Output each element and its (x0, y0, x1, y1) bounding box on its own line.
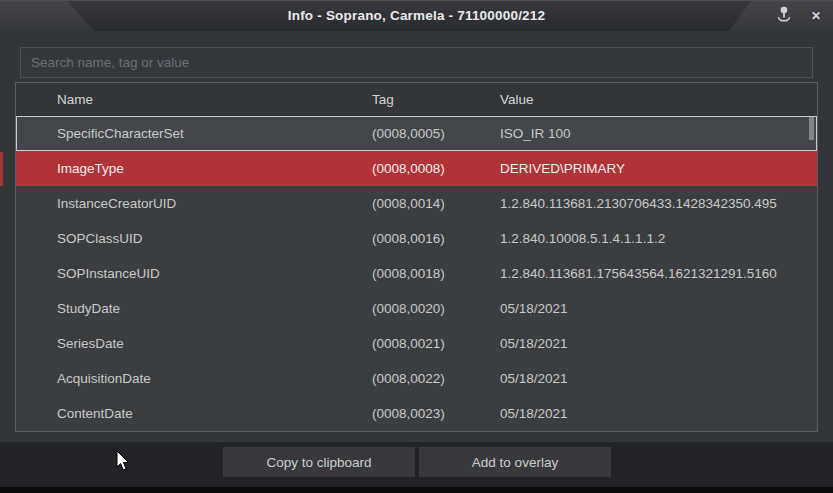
window-title: Info - Soprano, Carmela - 71100000/212 (0, 1, 833, 31)
row-tag-cell: (0008,0021) (372, 336, 500, 351)
row-name-cell: InstanceCreatorUID (57, 196, 372, 211)
row-name-cell: SpecificCharacterSet (57, 126, 372, 141)
table-row[interactable]: StudyDate(0008,0020)05/18/2021 (16, 291, 817, 326)
row-value-cell: 05/18/2021 (500, 301, 817, 316)
row-value-cell: ISO_IR 100 (500, 126, 817, 141)
window-bottom-edge (0, 487, 833, 493)
table-row[interactable]: SOPClassUID(0008,0016)1.2.840.10008.5.1.… (16, 221, 817, 256)
row-value-cell: 05/18/2021 (500, 371, 817, 386)
row-name-cell: ContentDate (57, 406, 372, 421)
row-name-cell: StudyDate (57, 301, 372, 316)
pin-button[interactable] (771, 3, 797, 29)
table-row[interactable]: ImageType(0008,0008)DERIVED\PRIMARY (16, 151, 817, 186)
table-row[interactable]: SeriesDate(0008,0021)05/18/2021 (16, 326, 817, 361)
column-header-name[interactable]: Name (57, 92, 372, 107)
row-value-cell: 05/18/2021 (500, 406, 817, 421)
title-bar: Info - Soprano, Carmela - 71100000/212 ✕ (0, 0, 833, 30)
row-tag-cell: (0008,0014) (372, 196, 500, 211)
row-value-cell: 1.2.840.10008.5.1.4.1.1.1.2 (500, 231, 817, 246)
row-name-cell: SOPInstanceUID (57, 266, 372, 281)
row-tag-cell: (0008,0020) (372, 301, 500, 316)
table-row[interactable]: AcquisitionDate(0008,0022)05/18/2021 (16, 361, 817, 396)
row-tag-cell: (0008,0018) (372, 266, 500, 281)
column-header-tag[interactable]: Tag (372, 92, 500, 107)
info-dialog-window: Info - Soprano, Carmela - 71100000/212 ✕… (0, 0, 833, 493)
search-input[interactable] (20, 47, 813, 78)
table-row[interactable]: SpecificCharacterSet(0008,0005)ISO_IR 10… (16, 116, 817, 151)
row-tag-cell: (0008,0005) (372, 126, 500, 141)
row-name-cell: AcquisitionDate (57, 371, 372, 386)
dicom-tag-table: Name Tag Value SpecificCharacterSet(0008… (15, 82, 818, 432)
row-name-cell: ImageType (57, 161, 372, 176)
add-to-overlay-button[interactable]: Add to overlay (419, 447, 611, 477)
column-header-value[interactable]: Value (500, 92, 817, 107)
table-row[interactable]: InstanceCreatorUID(0008,0014)1.2.840.113… (16, 186, 817, 221)
row-value-cell: DERIVED\PRIMARY (500, 161, 817, 176)
row-value-cell: 1.2.840.113681.175643564.1621321291.5160 (500, 266, 817, 281)
close-button[interactable]: ✕ (803, 3, 829, 29)
footer-bar: Copy to clipboard Add to overlay (0, 442, 833, 487)
title-bar-buttons: ✕ (771, 1, 829, 31)
table-header-row: Name Tag Value (16, 83, 817, 116)
vertical-scrollbar-thumb[interactable] (809, 117, 814, 140)
row-tag-cell: (0008,0008) (372, 161, 500, 176)
row-value-cell: 05/18/2021 (500, 336, 817, 351)
close-icon: ✕ (811, 9, 821, 23)
row-tag-cell: (0008,0023) (372, 406, 500, 421)
row-name-cell: SeriesDate (57, 336, 372, 351)
pin-icon (775, 5, 793, 27)
row-value-cell: 1.2.840.113681.2130706433.1428342350.495 (500, 196, 817, 211)
table-body: SpecificCharacterSet(0008,0005)ISO_IR 10… (16, 116, 817, 431)
row-tag-cell: (0008,0022) (372, 371, 500, 386)
highlight-position-marker (0, 152, 3, 186)
row-tag-cell: (0008,0016) (372, 231, 500, 246)
row-name-cell: SOPClassUID (57, 231, 372, 246)
copy-to-clipboard-button[interactable]: Copy to clipboard (223, 447, 415, 477)
table-row[interactable]: ContentDate(0008,0023)05/18/2021 (16, 396, 817, 431)
table-row[interactable]: SOPInstanceUID(0008,0018)1.2.840.113681.… (16, 256, 817, 291)
